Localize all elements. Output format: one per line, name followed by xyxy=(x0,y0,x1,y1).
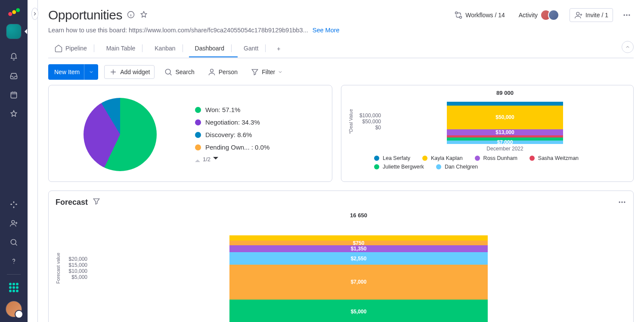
info-icon[interactable] xyxy=(127,10,135,20)
pie-legend-item: Won: 57.1% xyxy=(195,106,269,113)
svg-point-12 xyxy=(626,14,627,16)
deal-value-widget: *Deal Value $100,000$50,000$0 89 000 $7,… xyxy=(341,85,634,182)
add-widget-button[interactable]: Add widget xyxy=(104,65,155,79)
workspace-icon[interactable] xyxy=(6,24,21,39)
forecast-segment: $750 xyxy=(229,241,488,245)
view-tabs: Pipeline Main Table Kanban Dashboard Gan… xyxy=(48,40,634,58)
monday-logo[interactable] xyxy=(7,5,21,19)
deal-value-legend-item: Juliette Bergwerk xyxy=(374,164,424,170)
deal-value-segment: $7,000 xyxy=(447,141,563,144)
svg-point-16 xyxy=(619,201,620,203)
search-label: Search xyxy=(175,69,194,75)
expand-board-list-button[interactable] xyxy=(31,8,38,20)
tab-pipeline-label: Pipeline xyxy=(65,45,87,52)
forecast-y-axis: $20,000$15,000$10,000$5,000 xyxy=(61,255,91,281)
favorite-icon[interactable] xyxy=(139,10,148,20)
activity-button[interactable]: Activity xyxy=(515,7,563,23)
deal-value-segment xyxy=(447,102,563,106)
tab-pipeline[interactable]: Pipeline xyxy=(48,40,100,58)
tab-dashboard-label: Dashboard xyxy=(195,45,225,52)
deal-value-x-label: December 2022 xyxy=(384,146,626,152)
board-header: Opportunities Workflows / 14 Activity xyxy=(38,0,644,58)
deal-value-legend-item: Ross Dunham xyxy=(475,155,517,161)
invite-button[interactable]: Invite / 1 xyxy=(570,8,613,22)
invite-members-button[interactable] xyxy=(5,215,22,232)
my-work-button[interactable] xyxy=(5,86,22,103)
activity-label: Activity xyxy=(519,12,538,19)
deal-value-legend-item: Dan Chelgren xyxy=(436,164,478,170)
notifications-button[interactable] xyxy=(5,48,22,66)
filter-label: Filter xyxy=(262,69,275,75)
deal-value-plot: 89 000 $7,000$13,000$50,000 December 202… xyxy=(384,91,626,152)
collapse-header-button[interactable] xyxy=(622,41,634,53)
workflows-label: Workflows / 14 xyxy=(465,12,505,19)
pie-legend: Won: 57.1%Negotiation: 34.3%Discovery: 8… xyxy=(195,106,269,163)
chevron-down-icon xyxy=(278,69,283,75)
tab-kanban[interactable]: Kanban xyxy=(149,40,189,57)
svg-point-8 xyxy=(455,12,458,14)
tab-main-table[interactable]: Main Table xyxy=(100,40,149,57)
app-launcher-button[interactable] xyxy=(5,279,22,296)
svg-point-6 xyxy=(13,263,14,264)
forecast-menu-button[interactable] xyxy=(615,195,629,209)
forecast-segment: $1,350 xyxy=(229,245,488,252)
filter-button[interactable]: Filter xyxy=(247,65,286,79)
svg-point-9 xyxy=(460,16,462,19)
pie-widget: Won: 57.1%Negotiation: 34.3%Discovery: 8… xyxy=(48,85,332,182)
svg-point-5 xyxy=(11,239,16,244)
deal-value-legend-item: Sasha Weitzman xyxy=(529,155,579,161)
forecast-segment: $5,000 xyxy=(229,300,488,322)
pie-legend-pager[interactable]: 1/2 xyxy=(195,156,269,163)
profile-avatar[interactable] xyxy=(6,301,22,317)
chevron-down-icon[interactable] xyxy=(84,64,94,80)
global-sidebar xyxy=(0,0,28,322)
svg-point-11 xyxy=(624,14,625,16)
search-button[interactable]: Search xyxy=(161,65,198,79)
pie-legend-item: Negotiation: 34.3% xyxy=(195,119,269,126)
add-view-button[interactable]: + xyxy=(272,41,285,56)
deal-value-total: 89 000 xyxy=(496,90,514,96)
deal-value-segment: $13,000 xyxy=(447,129,563,135)
search-everything-button[interactable] xyxy=(5,234,22,251)
svg-point-0 xyxy=(8,12,12,16)
apps-button[interactable] xyxy=(5,196,22,213)
main-area: Opportunities Workflows / 14 Activity xyxy=(38,0,644,322)
board-menu-button[interactable] xyxy=(620,8,634,22)
see-more-link[interactable]: See More xyxy=(313,27,340,34)
svg-point-14 xyxy=(166,69,171,74)
forecast-segment: $7,000 xyxy=(229,265,488,299)
workflows-button[interactable]: Workflows / 14 xyxy=(451,8,508,22)
tab-main-table-label: Main Table xyxy=(106,45,135,52)
svg-point-18 xyxy=(624,201,625,203)
board-title[interactable]: Opportunities xyxy=(48,8,122,22)
svg-point-2 xyxy=(16,8,20,12)
tab-gantt-label: Gantt xyxy=(244,45,258,52)
board-list-collapsed xyxy=(28,0,38,322)
forecast-widget: Forecast Forecast value $20,000$15,000$1… xyxy=(48,191,634,322)
person-label: Person xyxy=(219,69,238,75)
filter-icon[interactable] xyxy=(92,197,101,208)
forecast-y-title: Forecast value xyxy=(56,253,61,284)
svg-point-10 xyxy=(576,12,579,15)
activity-avatars xyxy=(540,9,559,21)
tab-gantt[interactable]: Gantt xyxy=(238,40,272,57)
pie-legend-item: Discovery: 8.6% xyxy=(195,131,269,138)
board-toolbar: New Item Add widget Search Person Filter xyxy=(38,58,644,85)
forecast-title: Forecast xyxy=(56,198,88,207)
deal-value-legend: Lea SerfatyKayla KaplanRoss DunhamSasha … xyxy=(348,155,626,170)
forecast-total: 16 650 xyxy=(350,212,367,219)
new-item-label: New Item xyxy=(54,69,80,75)
tab-dashboard[interactable]: Dashboard xyxy=(189,40,238,57)
svg-point-15 xyxy=(210,69,213,72)
deal-value-legend-item: Kayla Kaplan xyxy=(422,155,463,161)
inbox-button[interactable] xyxy=(5,67,22,84)
help-button[interactable] xyxy=(5,253,22,270)
deal-value-legend-item: Lea Serfaty xyxy=(374,155,410,161)
svg-point-17 xyxy=(621,201,622,203)
favorites-button[interactable] xyxy=(5,105,22,122)
deal-value-segment: $50,000 xyxy=(447,106,563,129)
svg-point-13 xyxy=(629,14,630,16)
person-filter-button[interactable]: Person xyxy=(204,65,241,79)
deal-value-y-title: *Deal Value xyxy=(348,109,353,134)
new-item-button[interactable]: New Item xyxy=(48,64,98,80)
